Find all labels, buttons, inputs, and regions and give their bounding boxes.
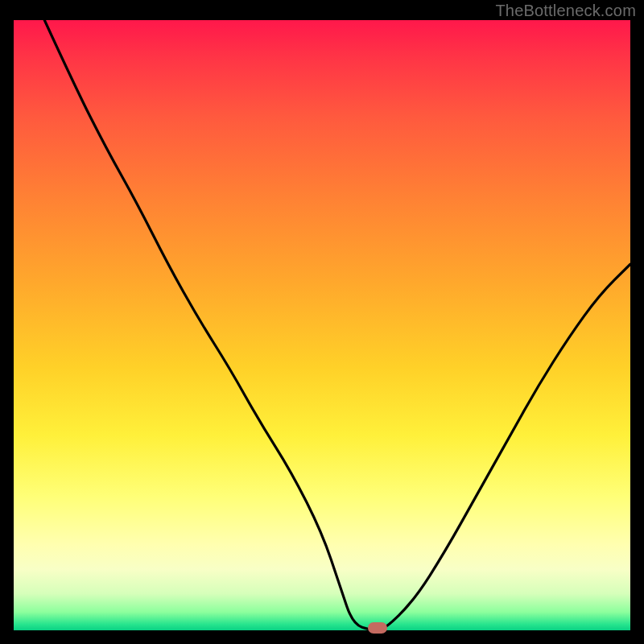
- heat-gradient: [14, 20, 630, 630]
- bottleneck-marker: [368, 622, 387, 634]
- plot-area: [14, 20, 630, 630]
- chart-frame: TheBottleneck.com: [0, 0, 644, 644]
- watermark-text: TheBottleneck.com: [495, 2, 636, 20]
